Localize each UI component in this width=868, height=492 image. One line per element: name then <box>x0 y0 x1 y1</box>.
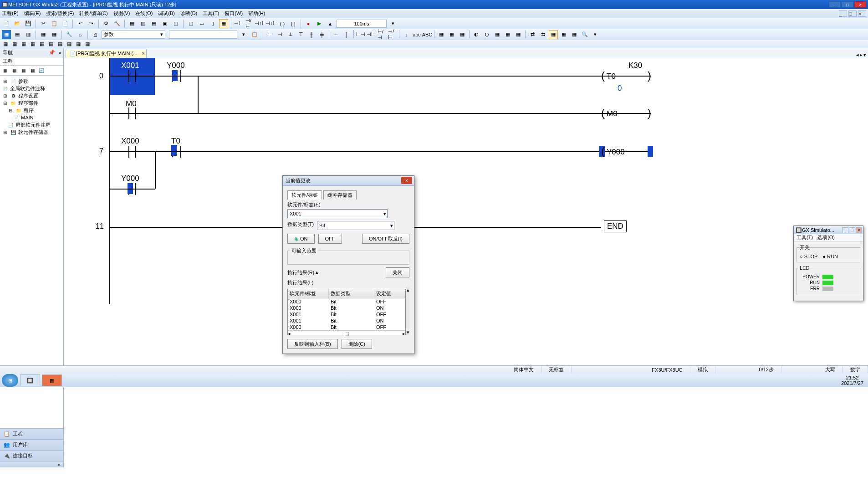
t3-j-icon[interactable]: ▦ <box>84 41 91 47</box>
menu-tools[interactable]: 工具(T) <box>203 10 219 17</box>
ld-6-icon[interactable]: ╪ <box>317 30 327 39</box>
tool-e-icon[interactable]: ◫ <box>171 19 180 28</box>
tab-prev-icon[interactable]: ◂ <box>856 52 859 58</box>
coil-t0[interactable]: T0 <box>601 71 651 82</box>
t3-g-icon[interactable]: ▦ <box>56 41 64 47</box>
chevron-down-icon[interactable]: ▾ <box>383 211 386 217</box>
toggle-button[interactable]: ON/OFF取反(I) <box>362 234 409 244</box>
navctrl-a-icon[interactable]: ▦ <box>2 67 8 74</box>
ld-13-icon[interactable]: ↓ <box>402 30 411 39</box>
ld-5-icon[interactable]: ╫ <box>307 30 316 39</box>
taskbar-item-2[interactable]: ▦ <box>42 374 62 386</box>
vscroll[interactable]: ▴▾ <box>406 287 409 335</box>
ld-19-icon[interactable]: ◐ <box>472 30 481 39</box>
tool-sel-icon[interactable]: ▦ <box>219 19 228 28</box>
ld-24-icon[interactable]: ⇄ <box>528 30 537 39</box>
ld-18-icon[interactable]: ▦ <box>458 30 467 39</box>
navfoot-userlib[interactable]: 👥用户库 <box>0 439 63 450</box>
t3-b-icon[interactable]: ▦ <box>11 41 18 47</box>
t2-combo2[interactable] <box>169 31 237 39</box>
minimize-button[interactable]: _ <box>829 1 841 8</box>
zoom-dd-icon[interactable]: ▾ <box>388 19 398 28</box>
ld-28-icon[interactable]: ▦ <box>570 30 579 39</box>
coil-y000[interactable]: Y000 <box>601 147 651 158</box>
table-row[interactable]: X001BitON <box>288 318 405 324</box>
dlg-tab-device[interactable]: 软元件/标签 <box>287 190 322 200</box>
t2-a-icon[interactable]: ▦ <box>2 30 11 39</box>
t2-f-icon[interactable]: 🔧 <box>65 30 74 39</box>
t3-c-icon[interactable]: ▦ <box>20 41 27 47</box>
ld-7-icon[interactable]: ─ <box>332 30 341 39</box>
coil-m0[interactable]: M0 <box>601 108 651 119</box>
navfoot-expand[interactable]: » <box>0 461 63 467</box>
ld-26-icon[interactable]: ▦ <box>549 30 558 39</box>
save-icon[interactable]: 💾 <box>24 19 33 28</box>
menu-project[interactable]: 工程(P) <box>2 10 19 17</box>
contact-n-icon[interactable]: ⊣↓⊢ <box>267 19 276 28</box>
t3-h-icon[interactable]: ▦ <box>66 41 73 47</box>
taskbar-item-1[interactable]: 🔲 <box>20 374 40 386</box>
dialog-titlebar[interactable]: 当前值更改 × <box>283 176 414 186</box>
menu-help[interactable]: 帮助(H) <box>248 10 265 17</box>
ld-9-icon[interactable]: ⊢⊣ <box>356 30 365 39</box>
close-button[interactable]: 关闭 <box>386 267 409 277</box>
sim-menu-tools[interactable]: 工具(T) <box>797 234 813 241</box>
sim-stop-radio[interactable]: ○ STOP <box>800 254 817 259</box>
ld-11-icon[interactable]: ⊢/⊣ <box>377 30 386 39</box>
pin-icon[interactable]: 📌 <box>49 50 55 56</box>
t2-j-icon[interactable]: 📋 <box>250 30 259 39</box>
hdr-device[interactable]: 软元件/标签 <box>288 289 329 298</box>
sim-close-icon[interactable]: × <box>856 227 862 233</box>
navfoot-connect[interactable]: 🔌连接目标 <box>0 450 63 461</box>
sim-menu-options[interactable]: 选项(O) <box>817 234 835 241</box>
rec-icon[interactable]: ● <box>304 19 313 28</box>
sim-run-radio[interactable]: ● RUN <box>823 254 838 259</box>
reflect-button[interactable]: 反映到输入栏(B) <box>287 339 338 349</box>
copy-icon[interactable]: 📋 <box>50 19 59 28</box>
hscroll-right-icon[interactable]: ▸ <box>403 331 405 335</box>
navfoot-project[interactable]: 📋工程 <box>0 428 63 439</box>
input-device[interactable]: X001▾ <box>287 209 388 218</box>
sim-max-icon[interactable]: □ <box>849 227 855 233</box>
ld-21-icon[interactable]: ▦ <box>493 30 502 39</box>
navctrl-d-icon[interactable]: ▦ <box>29 67 36 74</box>
menu-online[interactable]: 在线(O) <box>135 10 153 17</box>
ld-29-icon[interactable]: 🔍 <box>580 30 589 39</box>
tree-device-mem[interactable]: ⊞💾软元件存储器 <box>2 128 61 136</box>
contact-p-icon[interactable]: ⊣↑⊢ <box>256 19 265 28</box>
navctrl-e-icon[interactable]: 🔄 <box>38 67 45 74</box>
t3-i-icon[interactable]: ▦ <box>75 41 82 47</box>
tab-close-icon[interactable]: × <box>142 51 145 56</box>
t2-e-icon[interactable]: ▦ <box>50 30 59 39</box>
tool-f-icon[interactable]: ▢ <box>186 19 195 28</box>
tool-h-icon[interactable]: ▯ <box>208 19 217 28</box>
on-button[interactable]: ◉ ON <box>287 234 315 244</box>
result-toggle[interactable]: 执行结果(R)▲ <box>287 269 319 276</box>
tree-global-comment[interactable]: 📑全局软元件注释 <box>2 85 61 92</box>
tree-local-comment[interactable]: 📑局部软元件注释 <box>7 121 61 128</box>
tool-b-icon[interactable]: ▥ <box>138 19 148 28</box>
contact-nc-icon[interactable]: ⊣/⊢ <box>245 19 254 28</box>
hdr-value[interactable]: 设定值 <box>374 289 405 298</box>
ld-12-icon[interactable]: ⊣/⊢ <box>388 30 397 39</box>
sim-titlebar[interactable]: 🔲 GX Simulato... _ □ × <box>794 226 863 234</box>
child-minimize[interactable]: _ <box>839 10 847 17</box>
ld-30-icon[interactable]: ▾ <box>591 30 600 39</box>
cut-icon[interactable]: ✂ <box>39 19 48 28</box>
ld-25-icon[interactable]: ⇆ <box>538 30 547 39</box>
tool-d-icon[interactable]: ▣ <box>160 19 169 28</box>
ld-15-icon[interactable]: ABC <box>423 30 432 39</box>
t2-c-icon[interactable]: ▥ <box>24 30 33 39</box>
table-row[interactable]: X001BitOFF <box>288 311 405 318</box>
ld-10-icon[interactable]: ⊣⊢ <box>367 30 376 39</box>
mark-icon[interactable]: ▲ <box>326 19 335 28</box>
t2-h-icon[interactable]: 🖨 <box>91 30 100 39</box>
t2-i-icon[interactable]: ▾ <box>239 30 248 39</box>
t2-g-icon[interactable]: ⌂ <box>76 30 85 39</box>
new-icon[interactable]: 📄 <box>2 19 11 28</box>
sim-min-icon[interactable]: _ <box>842 227 848 233</box>
navctrl-c-icon[interactable]: ▦ <box>20 67 26 74</box>
tree-prog-settings[interactable]: ⊞⚙程序设置 <box>2 92 61 99</box>
ld-2-icon[interactable]: ⊣ <box>276 30 285 39</box>
hdr-type[interactable]: 数据类型 <box>329 289 374 298</box>
